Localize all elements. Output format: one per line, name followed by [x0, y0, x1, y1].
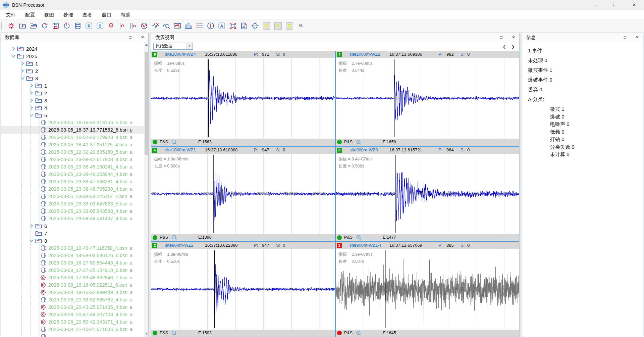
float-icon[interactable]: □ [129, 33, 131, 42]
histogram-icon[interactable] [184, 22, 193, 30]
waveform-plot[interactable]: 00500.001000.001500.002000.002500.003000… [151, 249, 335, 330]
collapse-icon[interactable] [20, 76, 25, 81]
tree-folder-2025[interactable]: 2025 [1, 52, 148, 60]
tree-file-2025-03-08_20-43-25.971485_4.bsn[interactable]: 2025-03-08_20-43-25.971485_4.bsna [1, 303, 148, 311]
expand-icon[interactable] [29, 83, 34, 88]
tree-file-2025-03-08_16-27-50.554443_4.bsn[interactable]: 2025-03-08_16-27-50.554443_4.bsna [1, 259, 148, 267]
expand-icon[interactable] [11, 46, 16, 51]
tree-folder-6[interactable]: 6 [1, 222, 148, 230]
collapse-icon[interactable] [11, 54, 16, 58]
waveform-plot[interactable]: 00500.001000.001500.002000.002500.003000… [336, 249, 519, 330]
data-source-select[interactable]: 原始数据 ▼ [153, 43, 193, 50]
tree-folder-2[interactable]: 2 [1, 67, 148, 75]
next-event-button[interactable]: › [512, 43, 515, 50]
component-toggle-x[interactable]: X [263, 22, 270, 30]
tree-folder-2024[interactable]: 2024 [1, 45, 148, 52]
tree-scrollbar[interactable] [144, 42, 148, 337]
menu-item-查看[interactable]: 查看 [78, 10, 97, 19]
waveform-plot[interactable]: 00500.001000.001500.002000.002500.003000… [151, 154, 335, 234]
collapse-icon[interactable] [29, 113, 34, 117]
tree-file-2025-03-05_16-37-13.771552_6.bsn[interactable]: 2025-03-05_16-37-13.771552_6.bsnp [1, 126, 148, 134]
tree-file-2025-03-05_23-38-48.795230_4.bsn[interactable]: 2025-03-05_23-38-48.795230_4.bsna [1, 185, 148, 193]
tree-folder-8[interactable]: 8 [1, 237, 148, 244]
zoom-in-icon[interactable] [171, 330, 177, 336]
tree-folder-2[interactable]: 2 [1, 89, 148, 97]
close-button[interactable]: ✕ [625, 0, 644, 10]
settings-icon[interactable] [7, 22, 15, 30]
tree-file-2025-03-08_20-50-42.343171_4.bsn[interactable]: 2025-03-08_20-50-42.343171_4.bsna [1, 318, 148, 326]
maximize-button[interactable]: □ [605, 0, 625, 10]
expand-icon[interactable] [20, 61, 25, 66]
zoom-in-icon[interactable] [171, 139, 177, 145]
tree-file-2025-03-05_22-32-20.635150_5.bsn[interactable]: 2025-03-05_22-32-20.635150_5.bsna [1, 148, 148, 156]
close-icon[interactable]: ✕ [512, 33, 515, 42]
tree-file-2025-03-05_23-39-05.843588_4.bsn[interactable]: 2025-03-05_23-39-05.843588_4.bsna [1, 207, 148, 215]
wave-zoom-icon[interactable] [162, 22, 170, 30]
crosshair-icon[interactable] [251, 22, 259, 30]
wave-filter-icon[interactable] [173, 22, 181, 30]
locate-icon[interactable] [107, 22, 115, 30]
open-folder-icon[interactable] [30, 22, 38, 30]
waveform-plot[interactable]: 00500.001000.001500.002000.002500.003000… [151, 58, 335, 139]
pick-p-icon[interactable] [118, 22, 126, 30]
tree-file-2025-03-05_23-38-42.617808_4.bsn[interactable]: 2025-03-05_23-38-42.617808_4.bsna [1, 156, 148, 163]
expand-icon[interactable] [20, 68, 25, 73]
menu-item-处理[interactable]: 处理 [59, 10, 78, 19]
tree-file-2025-03-08_10-49-47.116058_4.bsn[interactable]: 2025-03-08_10-49-47.116058_4.bsna [1, 244, 148, 252]
info-icon[interactable] [207, 22, 215, 30]
tree-file-2025-03-05_23-38-45.150241_4.bsn[interactable]: 2025-03-05_23-38-45.150241_4.bsna [1, 163, 148, 171]
report-icon[interactable] [240, 22, 248, 30]
component-toggle-y[interactable]: Y [274, 22, 282, 30]
waveform-plot[interactable]: 00500.001000.001500.002000.002500.003000… [336, 58, 519, 139]
pick-s-icon[interactable] [129, 22, 137, 30]
tree-folder-5[interactable]: 5 [1, 111, 148, 119]
tree-file-2025-03-05_23-39-03.647823_5.bsn[interactable]: 2025-03-05_23-39-03.647823_5.bsna [1, 200, 148, 207]
tree-file-2025-03-05_23-59-49.541437_4.bsn[interactable]: 2025-03-05_23-59-49.541437_4.bsna [1, 215, 148, 222]
tree-file-2025-03-05_16-52-23.179923_4.bsn[interactable]: 2025-03-05_16-52-23.179923_4.bsna [1, 134, 148, 141]
tree-file-2025-03-08_17-27-25.154910_6.bsn[interactable]: 2025-03-08_17-27-25.154910_6.bsna [1, 267, 148, 274]
component-toggle-z[interactable]: Z [286, 22, 293, 30]
text-annotate-icon[interactable]: A [218, 22, 226, 30]
tree-file-2025-03-05_18-42-37.251125_4.bsn[interactable]: 2025-03-05_18-42-37.251125_4.bsna [1, 141, 148, 148]
tree-folder-7[interactable]: 7 [1, 230, 148, 237]
database-icon[interactable] [74, 22, 82, 30]
wave-edit-icon[interactable] [140, 22, 148, 30]
expand-icon[interactable] [29, 98, 34, 103]
minimize-button[interactable]: ─ [586, 0, 605, 10]
tree-folder-3[interactable]: 3 [1, 75, 148, 82]
waveform-plot[interactable]: 00500.001000.001500.002000.002500.003000… [336, 154, 519, 234]
chevron-down-icon[interactable]: ▼ [186, 43, 193, 49]
phase-p-icon[interactable]: P [85, 22, 93, 30]
scroll-up-icon[interactable] [145, 44, 148, 46]
wave-mute-icon[interactable] [151, 22, 159, 30]
tree-folder-4[interactable]: 4 [1, 104, 148, 111]
tree-folder-3[interactable]: 3 [1, 97, 148, 104]
expand-icon[interactable] [29, 105, 34, 110]
toolbar-drag-handle[interactable] [1, 22, 3, 30]
zoom-in-icon[interactable] [356, 330, 362, 336]
select-region-icon[interactable] [229, 22, 237, 30]
component-toggle-b[interactable]: B [297, 22, 305, 30]
prev-event-button[interactable]: ‹ [503, 43, 505, 50]
tree-scrollbar-thumb[interactable] [145, 52, 148, 155]
menu-item-配置[interactable]: 配置 [20, 10, 40, 19]
menu-item-帮助[interactable]: 帮助 [116, 10, 135, 19]
close-icon[interactable]: ✕ [636, 33, 639, 42]
tree-file-2025-03-08_18-16-05.022511_6.bsn[interactable]: 2025-03-08_18-16-05.022511_6.bsna [1, 281, 148, 289]
redo-icon[interactable] [41, 22, 49, 30]
tree-file-2025-03-08_17-33-48.362848_7.bsn[interactable]: 2025-03-08_17-33-48.362848_7.bsna [1, 274, 148, 281]
expand-icon[interactable] [29, 224, 34, 228]
power-icon[interactable] [63, 22, 71, 30]
tree-file-2025-03-05_23-38-47.563281_4.bsn[interactable]: 2025-03-05_23-38-47.563281_4.bsna [1, 178, 148, 185]
zoom-in-icon[interactable] [356, 139, 362, 145]
zoom-in-icon[interactable] [356, 235, 362, 240]
tree-folder-1[interactable]: 1 [1, 82, 148, 89]
tree-folder-1[interactable]: 1 [1, 60, 148, 67]
tree-file-2025-03-08_14-58-03.686176_6.bsn[interactable]: 2025-03-08_14-58-03.686176_6.bsna [1, 252, 148, 259]
expand-icon[interactable] [29, 91, 34, 95]
menu-item-文件[interactable]: 文件 [1, 10, 20, 19]
tree-file-2025-03-05_23-38-54.225112_4.bsn[interactable]: 2025-03-05_23-38-54.225112_4.bsna [1, 193, 148, 200]
scroll-down-icon[interactable] [145, 333, 148, 335]
tree-file-2025-03-08_20-47-49.207103_4.bsn[interactable]: 2025-03-08_20-47-49.207103_4.bsna [1, 311, 148, 318]
collapse-icon[interactable] [29, 238, 34, 243]
